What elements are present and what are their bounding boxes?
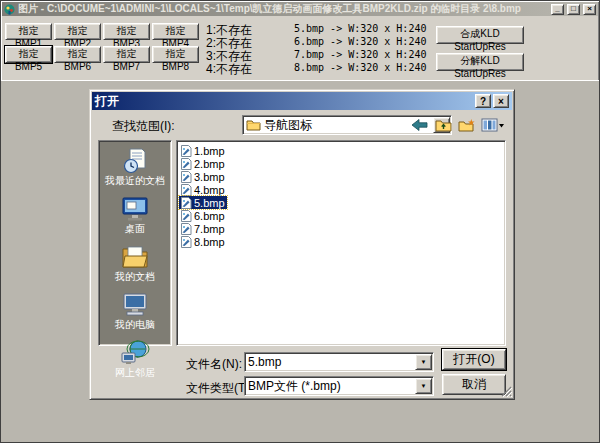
file-name-label: 文件名(N): bbox=[186, 356, 242, 373]
bmp-file-icon bbox=[180, 184, 192, 196]
bmp-file-icon bbox=[180, 236, 192, 248]
bmp-file-icon bbox=[180, 223, 192, 235]
network-icon bbox=[120, 340, 150, 366]
resize-grip[interactable] bbox=[500, 385, 512, 397]
recent-documents-icon bbox=[120, 148, 150, 174]
assign-bmp8-button[interactable]: 指定BMP8 bbox=[152, 46, 199, 63]
assign-bmp1-button[interactable]: 指定BMP1 bbox=[5, 23, 52, 40]
file-type-combobox[interactable]: BMP文件 (*.bmp) ▼ bbox=[244, 376, 434, 396]
file-item[interactable]: 7.bmp bbox=[179, 222, 227, 235]
file-name: 6.bmp bbox=[194, 210, 225, 222]
help-button[interactable]: ? bbox=[475, 94, 491, 108]
close-button[interactable]: × bbox=[583, 4, 596, 15]
bmp-file-icon bbox=[180, 197, 192, 209]
file-type-label: 文件类型(T): bbox=[186, 380, 253, 397]
open-button[interactable]: 打开(O) bbox=[442, 349, 506, 370]
place-label: 我最近的文档 bbox=[105, 174, 165, 188]
place-label: 网上邻居 bbox=[115, 366, 155, 380]
main-toolbar-area: 指定BMP1 指定BMP2 指定BMP3 指定BMP4 指定BMP5 指定BMP… bbox=[1, 16, 599, 80]
assign-bmp6-button[interactable]: 指定BMP6 bbox=[54, 46, 101, 63]
dialog-close-button[interactable]: × bbox=[493, 94, 509, 108]
look-in-value: 导航图标 bbox=[261, 117, 433, 134]
bmp-file-icon bbox=[180, 171, 192, 183]
file-name: 2.bmp bbox=[194, 158, 225, 170]
place-label: 我的文档 bbox=[115, 270, 155, 284]
place-network[interactable]: 网上邻居 bbox=[115, 340, 155, 380]
my-computer-icon bbox=[120, 292, 150, 318]
assign-bmp3-button[interactable]: 指定BMP3 bbox=[103, 23, 150, 40]
file-type-value: BMP文件 (*.bmp) bbox=[245, 378, 415, 395]
size-bmp7: 7.bmp -> W:320 x H:240 bbox=[294, 49, 426, 60]
status-bmp4: 4:不存在 bbox=[206, 61, 252, 78]
file-item[interactable]: 1.bmp bbox=[179, 144, 227, 157]
dialog-title: 打开 bbox=[95, 93, 473, 110]
main-window-title: 图片 - C:\DOCUME~1\ADMINI~1\LOCALS~1\Temp\… bbox=[18, 2, 548, 16]
places-bar: 我最近的文档 桌面 我的文档 bbox=[98, 140, 172, 346]
screen: { "colors": { "window_bg": "#d4d0c8", "c… bbox=[0, 0, 600, 443]
folder-icon bbox=[246, 119, 261, 131]
file-name-combobox[interactable]: 5.bmp ▼ bbox=[244, 352, 434, 372]
app-icon bbox=[4, 4, 15, 15]
file-item-selected[interactable]: 5.bmp bbox=[179, 196, 227, 209]
file-item[interactable]: 6.bmp bbox=[179, 209, 227, 222]
cancel-button[interactable]: 取消 bbox=[442, 374, 506, 395]
open-file-dialog: 打开 ? × 查找范围(I): 导航图标 ▼ bbox=[89, 89, 515, 400]
file-item[interactable]: 2.bmp bbox=[179, 157, 227, 170]
file-name: 8.bmp bbox=[194, 236, 225, 248]
file-list[interactable]: 1.bmp 2.bmp 3.bmp 4.bmp 5.bmp 6.bmp 7.bm… bbox=[176, 140, 506, 346]
back-icon[interactable] bbox=[411, 118, 429, 132]
file-item[interactable]: 3.bmp bbox=[179, 170, 227, 183]
my-documents-icon bbox=[120, 244, 150, 270]
file-name: 5.bmp bbox=[194, 197, 225, 209]
place-my-computer[interactable]: 我的电脑 bbox=[115, 292, 155, 332]
assign-bmp7-button[interactable]: 指定BMP7 bbox=[103, 46, 150, 63]
size-bmp5: 5.bmp -> W:320 x H:240 bbox=[294, 23, 426, 34]
assign-bmp5-button[interactable]: 指定BMP5 bbox=[5, 46, 52, 63]
compose-kld-button[interactable]: 合成KLD StartUpRes bbox=[436, 26, 524, 44]
assign-bmp2-button[interactable]: 指定BMP2 bbox=[54, 23, 101, 40]
file-name-value: 5.bmp bbox=[245, 355, 415, 369]
new-folder-icon[interactable] bbox=[458, 118, 475, 132]
minimize-button[interactable]: _ bbox=[551, 4, 564, 15]
place-my-documents[interactable]: 我的文档 bbox=[115, 244, 155, 284]
file-name: 3.bmp bbox=[194, 171, 225, 183]
place-recent-documents[interactable]: 我最近的文档 bbox=[105, 148, 165, 188]
file-type-dropdown-button[interactable]: ▼ bbox=[415, 378, 432, 394]
file-item[interactable]: 8.bmp bbox=[179, 235, 227, 248]
size-bmp8: 8.bmp -> W:320 x H:240 bbox=[294, 62, 426, 73]
bmp-file-icon bbox=[180, 145, 192, 157]
dialog-titlebar: 打开 ? × bbox=[92, 92, 512, 110]
place-label: 桌面 bbox=[125, 222, 145, 236]
size-bmp6: 6.bmp -> W:320 x H:240 bbox=[294, 36, 426, 47]
file-name: 7.bmp bbox=[194, 223, 225, 235]
desktop-icon bbox=[120, 196, 150, 222]
main-window-titlebar: 图片 - C:\DOCUME~1\ADMINI~1\LOCALS~1\Temp\… bbox=[2, 2, 598, 16]
decompose-kld-button[interactable]: 分解KLD StartUpRes bbox=[436, 53, 524, 71]
place-label: 我的电脑 bbox=[115, 318, 155, 332]
assign-bmp4-button[interactable]: 指定BMP4 bbox=[152, 23, 199, 40]
bmp-file-icon bbox=[180, 210, 192, 222]
file-name: 4.bmp bbox=[194, 184, 225, 196]
up-folder-icon[interactable] bbox=[435, 118, 452, 132]
look-in-label: 查找范围(I): bbox=[112, 118, 175, 135]
file-item[interactable]: 4.bmp bbox=[179, 183, 227, 196]
view-menu-icon[interactable] bbox=[481, 118, 505, 132]
place-desktop[interactable]: 桌面 bbox=[120, 196, 150, 236]
dialog-toolbar bbox=[411, 117, 505, 133]
maximize-button[interactable]: □ bbox=[567, 4, 580, 15]
file-name-dropdown-button[interactable]: ▼ bbox=[415, 354, 432, 370]
bmp-file-icon bbox=[180, 158, 192, 170]
file-name: 1.bmp bbox=[194, 145, 225, 157]
